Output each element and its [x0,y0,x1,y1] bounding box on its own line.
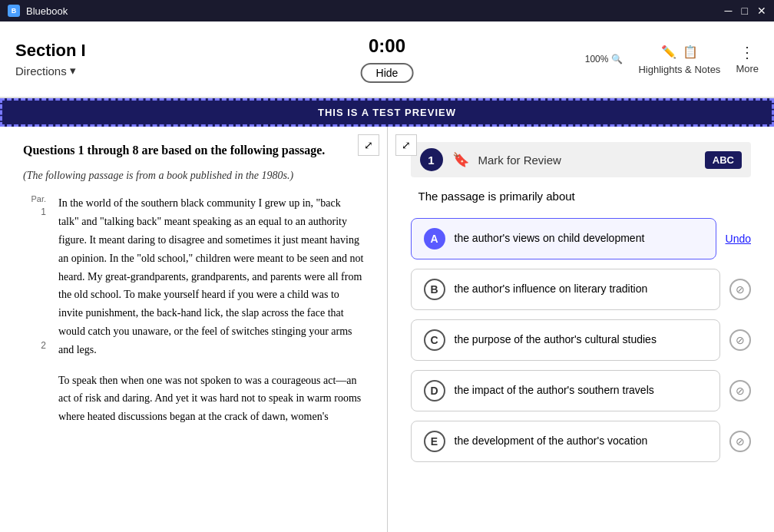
chevron-down-icon: ▾ [70,64,76,78]
app-name: Bluebook [26,5,68,17]
question-text: The passage is primarily about [418,190,752,203]
choice-c-eliminate[interactable]: ⊘ [729,329,751,351]
answer-choice-c[interactable]: C the purpose of the author's cultural s… [411,319,752,361]
choice-b-letter: B [424,279,445,300]
par-label: Par. [31,194,46,203]
question-number-badge: 1 [420,148,443,171]
title-bar: B Bluebook ─ □ ✕ [0,0,774,21]
preview-banner: THIS IS A TEST PREVIEW [0,98,774,127]
undo-button[interactable]: Undo [726,233,751,245]
window-controls[interactable]: ─ □ ✕ [725,5,766,17]
header-right: 100% 🔍 ✏️ 📋 Highlights & Notes ⋮ More [585,21,759,97]
more-dots-icon: ⋮ [739,45,755,60]
passage-text: In the world of the southern black commu… [58,194,364,438]
close-button[interactable]: ✕ [757,5,766,17]
passage-panel: ⤢ Questions 1 through 8 are based on the… [0,127,388,532]
highlight-icon: ✏️ [660,44,677,61]
passage-para-1: In the world of the southern black commu… [58,194,364,359]
more-label: More [736,63,759,74]
highlights-notes-label: Highlights & Notes [638,64,720,75]
main-content: ⤢ Questions 1 through 8 are based on the… [0,127,774,532]
question-header: 1 🔖 Mark for Review ABC [411,142,752,177]
minimize-button[interactable]: ─ [725,5,733,17]
highlights-notes-button[interactable]: ✏️ 📋 Highlights & Notes [638,44,720,75]
expand-passage-button[interactable]: ⤢ [358,134,379,156]
choice-e-main[interactable]: E the development of the author's vocati… [411,421,721,462]
mark-for-review-label: Mark for Review [478,154,696,167]
answer-choice-d[interactable]: D the impact of the author's southern tr… [411,370,752,411]
choice-d-main[interactable]: D the impact of the author's southern tr… [411,370,721,411]
choice-c-main[interactable]: C the purpose of the author's cultural s… [411,319,721,361]
app-header: Section I Directions ▾ 0:00 Hide 100% 🔍 … [0,21,774,98]
choice-d-eliminate[interactable]: ⊘ [729,380,751,401]
app-icon: B [8,5,20,17]
choice-b-text: the author's influence on literary tradi… [455,282,648,297]
passage-source: (The following passage is from a book pu… [23,170,364,182]
header-center: 0:00 Hide [361,35,414,83]
more-button[interactable]: ⋮ More [736,45,759,74]
hide-button[interactable]: Hide [361,63,414,83]
maximize-button[interactable]: □ [742,5,748,17]
notes-icon: 📋 [682,44,699,61]
answer-choice-b[interactable]: B the author's influence on literary tra… [411,269,752,310]
choice-d-letter: D [424,380,445,401]
choice-c-letter: C [424,329,445,351]
section-title: Section I [15,41,86,61]
choice-d-text: the impact of the author's southern trav… [455,383,654,398]
passage-body: Par. 1 2 In the world of the southern bl… [23,194,364,438]
choice-b-eliminate[interactable]: ⊘ [729,279,751,300]
passage-para-2: To speak then when one was not spoken to… [58,372,364,426]
header-left: Section I Directions ▾ [15,21,86,97]
choice-c-text: the purpose of the author's cultural stu… [455,332,657,348]
passage-heading: Questions 1 through 8 are based on the f… [23,142,364,159]
abc-badge: ABC [705,151,742,169]
choice-b-main[interactable]: B the author's influence on literary tra… [411,269,721,310]
bookmark-icon[interactable]: 🔖 [452,151,469,168]
para-numbers: Par. 1 2 [23,194,46,438]
choice-e-letter: E [424,431,445,452]
zoom-level: 100% [585,54,609,64]
answer-choice-e[interactable]: E the development of the author's vocati… [411,421,752,462]
zoom-info: 100% 🔍 [585,54,624,64]
para-num-2: 2 [41,340,46,351]
choice-a-text: the author's views on child development [455,231,645,246]
question-panel: ⤢ 1 🔖 Mark for Review ABC The passage is… [388,127,775,532]
choice-a-letter: A [424,228,445,249]
expand-question-button[interactable]: ⤢ [395,134,417,156]
answer-choice-a[interactable]: A the author's views on child developmen… [411,218,752,259]
choice-a-main[interactable]: A the author's views on child developmen… [411,218,716,259]
choice-e-eliminate[interactable]: ⊘ [729,431,751,452]
choice-e-text: the development of the author's vocation [455,434,648,449]
timer-display: 0:00 [369,35,405,57]
para-num-1: 1 [41,207,46,217]
zoom-icon: 🔍 [611,54,623,64]
directions-button[interactable]: Directions ▾ [15,64,86,78]
